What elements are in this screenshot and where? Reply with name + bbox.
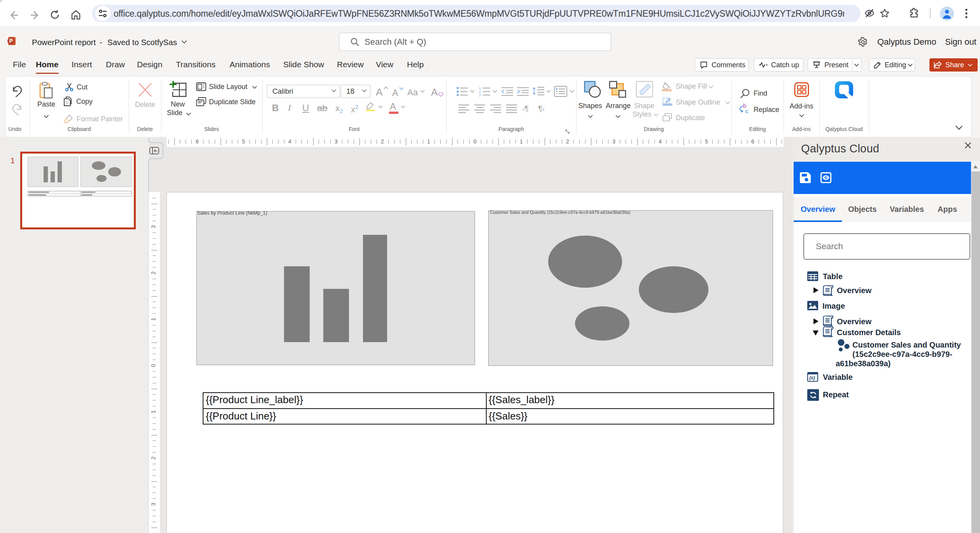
svg-text:(x): (x) (809, 375, 815, 381)
svg-text:3: 3 (479, 93, 481, 96)
svg-text:c: c (745, 108, 749, 114)
